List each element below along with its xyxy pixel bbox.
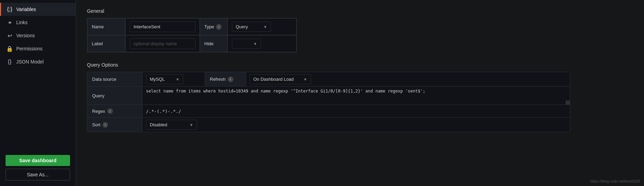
sort-label-cell: Sort i — [87, 118, 143, 132]
footer-url: https://blog.csdn.net/ken6328 — [590, 179, 640, 183]
sidebar-item-label: Links — [16, 20, 28, 25]
type-label: Type — [204, 24, 214, 29]
hide-label-cell: Hide — [200, 35, 227, 52]
type-chevron-icon: ▼ — [263, 25, 267, 29]
sidebar-item-variables[interactable]: {;} Variables — [0, 3, 76, 16]
sort-label: Sort — [92, 122, 100, 127]
regex-label: Regex — [92, 109, 105, 114]
regex-info-icon: i — [107, 108, 113, 114]
datasource-label-cell: Data source — [87, 72, 143, 86]
datasource-value-cell: MySQL Prometheus InfluxDB ▼ — [143, 72, 205, 86]
datasource-label: Data source — [92, 77, 116, 82]
label-input[interactable] — [130, 38, 195, 49]
type-value-cell: Query Custom Constant DataSource Interva… — [227, 18, 296, 35]
refresh-value-cell: On Dashboard Load On Time Range Change N… — [246, 72, 570, 86]
name-label: Name — [92, 24, 104, 29]
hide-select[interactable]: Variable Label — [236, 41, 252, 46]
sidebar-item-permissions[interactable]: 🔒 Permissions — [0, 42, 76, 55]
save-as-button[interactable]: Save As... — [6, 169, 70, 180]
name-input[interactable] — [130, 21, 195, 32]
datasource-chevron-icon: ▼ — [176, 77, 179, 81]
type-select[interactable]: Query Custom Constant DataSource Interva… — [236, 24, 262, 29]
query-label: Query — [92, 93, 104, 98]
sort-row: Sort i Disabled Alphabetical (asc) Alpha… — [87, 118, 570, 132]
label-label-cell: Label — [87, 35, 125, 52]
refresh-select[interactable]: On Dashboard Load On Time Range Change N… — [253, 77, 302, 82]
query-resize-handle[interactable] — [566, 100, 570, 105]
sidebar-bottom: Save dashboard Save As... — [0, 149, 76, 186]
refresh-label: Refresh — [210, 77, 226, 82]
general-section-title: General — [87, 8, 633, 14]
regex-row: Regex i — [87, 105, 570, 118]
type-select-wrap[interactable]: Query Custom Constant DataSource Interva… — [232, 22, 271, 32]
sort-select-wrap[interactable]: Disabled Alphabetical (asc) Alphabetical… — [146, 120, 197, 130]
save-dashboard-button[interactable]: Save dashboard — [6, 155, 70, 166]
sidebar-item-label: JSON Model — [16, 59, 43, 65]
general-row-2: Label Hide Variable Label ▼ — [87, 35, 296, 52]
hide-label: Hide — [204, 41, 214, 46]
sidebar-item-json-model[interactable]: {} JSON Model — [0, 55, 76, 68]
permissions-icon: 🔒 — [7, 46, 13, 52]
query-label-cell: Query — [87, 87, 143, 105]
variables-icon: {;} — [7, 6, 13, 12]
datasource-select-wrap[interactable]: MySQL Prometheus InfluxDB ▼ — [146, 74, 183, 84]
json-icon: {} — [7, 59, 13, 65]
sidebar-item-label: Versions — [16, 33, 35, 38]
label-label: Label — [92, 41, 103, 46]
general-form: Name Type i Query Custom Constant DataSo… — [87, 18, 297, 52]
type-info-icon: i — [216, 24, 222, 30]
query-options-section-title: Query Options — [87, 62, 633, 68]
hide-chevron-icon: ▼ — [253, 42, 257, 46]
sort-select[interactable]: Disabled Alphabetical (asc) Alphabetical… — [150, 122, 188, 127]
links-icon: ⚭ — [7, 19, 13, 26]
name-value-cell — [125, 18, 200, 35]
refresh-select-wrap[interactable]: On Dashboard Load On Time Range Change N… — [250, 74, 311, 84]
hide-value-cell: Variable Label ▼ — [227, 35, 296, 52]
regex-label-cell: Regex i — [87, 105, 143, 117]
sidebar-item-versions[interactable]: ↩ Versions — [0, 29, 76, 42]
datasource-select[interactable]: MySQL Prometheus InfluxDB — [150, 77, 174, 82]
label-value-cell — [125, 35, 200, 52]
query-options-form: Data source MySQL Prometheus InfluxDB ▼ … — [87, 72, 570, 132]
sidebar-item-label: Permissions — [16, 46, 42, 51]
sort-value-cell: Disabled Alphabetical (asc) Alphabetical… — [143, 118, 570, 132]
query-row: Query select name from items where hosti… — [87, 87, 570, 105]
refresh-label-cell: Refresh i — [205, 72, 246, 86]
sort-chevron-icon: ▼ — [189, 123, 193, 127]
refresh-chevron-icon: ▼ — [303, 77, 307, 81]
query-value-cell: select name from items where hostid=1034… — [143, 87, 570, 105]
general-row-1: Name Type i Query Custom Constant DataSo… — [87, 18, 296, 35]
sidebar-item-label: Variables — [16, 7, 36, 12]
refresh-info-icon: i — [228, 77, 233, 82]
type-label-cell: Type i — [200, 18, 227, 35]
sort-info-icon: i — [103, 122, 108, 128]
regex-input[interactable] — [146, 109, 566, 114]
versions-icon: ↩ — [7, 32, 13, 39]
main-content: General Name Type i Query Custom Constan… — [76, 0, 644, 186]
datasource-refresh-row: Data source MySQL Prometheus InfluxDB ▼ … — [87, 72, 570, 87]
hide-select-wrap[interactable]: Variable Label ▼ — [232, 39, 261, 49]
name-label-cell: Name — [87, 18, 125, 35]
query-textarea[interactable]: select name from items where hostid=1034… — [146, 89, 566, 102]
sidebar-item-links[interactable]: ⚭ Links — [0, 16, 76, 29]
sidebar: {;} Variables ⚭ Links ↩ Versions 🔒 Permi… — [0, 0, 76, 186]
regex-value-cell — [143, 105, 570, 117]
